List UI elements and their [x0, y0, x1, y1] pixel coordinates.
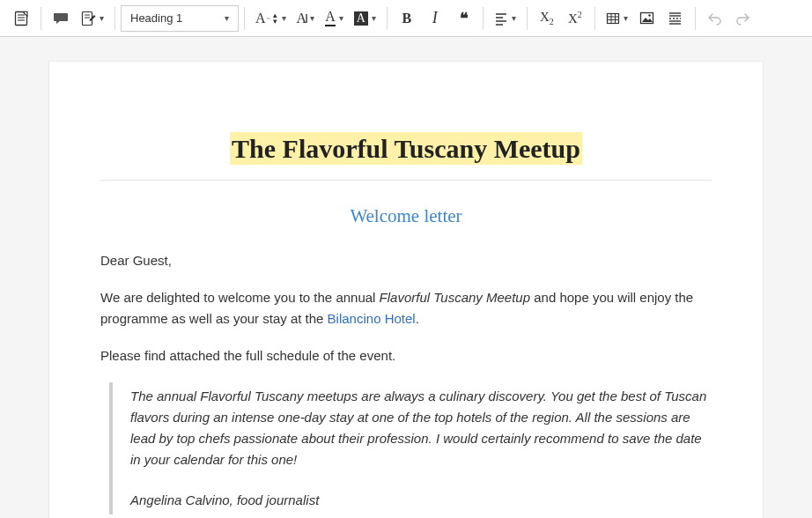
font-family-dropdown[interactable]: AӀ ▾: [292, 4, 321, 33]
page-break-button[interactable]: [661, 4, 690, 33]
bold-icon: B: [402, 11, 411, 26]
table-dropdown[interactable]: ▾: [601, 4, 633, 33]
source-icon: [13, 11, 29, 26]
chevron-down-icon: ▾: [310, 13, 314, 23]
quote-attribution: Angelina Calvino, food journalist: [130, 490, 712, 511]
chevron-down-icon: ▾: [624, 13, 628, 23]
svg-rect-11: [607, 13, 618, 23]
quote-body: The annual Flavorful Tuscany meetups are…: [130, 386, 712, 470]
intro-paragraph[interactable]: We are delighted to welcome you to the a…: [100, 287, 712, 329]
comment-icon: [53, 11, 69, 26]
chevron-down-icon: ▾: [282, 13, 286, 23]
testimonial-blockquote[interactable]: The annual Flavorful Tuscany meetups are…: [109, 382, 712, 514]
source-view-button[interactable]: [7, 4, 35, 33]
chevron-down-icon: ▾: [339, 13, 343, 23]
marker-icon: A: [354, 11, 368, 26]
arrows-vertical-icon: ▴▾: [273, 12, 277, 25]
undo-icon: [707, 11, 722, 26]
separator: [41, 7, 41, 30]
align-icon: [494, 11, 508, 26]
separator: [695, 7, 696, 30]
separator: [594, 7, 595, 30]
chevron-down-icon: ▾: [372, 13, 376, 23]
bold-button[interactable]: B: [393, 4, 421, 33]
undo-button[interactable]: [701, 4, 729, 33]
image-button[interactable]: [633, 4, 661, 33]
italic-icon: I: [432, 9, 438, 27]
font-color-icon: A: [325, 10, 336, 26]
subscript-icon: X2: [540, 11, 554, 26]
heading-select[interactable]: Heading 1 ▾: [121, 5, 239, 32]
superscript-icon: X2: [568, 11, 582, 26]
quote-icon: ❝: [460, 9, 466, 28]
separator: [387, 7, 388, 30]
superscript-button[interactable]: X2: [561, 4, 589, 33]
chevron-down-icon: ▾: [512, 13, 516, 23]
document-page[interactable]: The Flavorful Tuscany Meetup Welcome let…: [49, 62, 763, 518]
italic-button[interactable]: I: [421, 4, 449, 33]
salutation-paragraph[interactable]: Dear Guest,: [100, 250, 712, 271]
editor-toolbar: ▾ Heading 1 ▾ A⁻ ▴▾ ▾ AӀ ▾ A ▾ A ▾ B I ❝: [0, 0, 812, 37]
blockquote-button[interactable]: ❝: [449, 4, 477, 33]
separator: [244, 7, 245, 30]
separator: [527, 7, 528, 30]
svg-point-18: [649, 14, 652, 17]
document-title[interactable]: The Flavorful Tuscany Meetup: [100, 134, 712, 181]
track-changes-icon: [80, 11, 96, 26]
redo-button[interactable]: [729, 4, 757, 33]
svg-rect-4: [83, 11, 92, 25]
attachment-paragraph[interactable]: Please find attached the full schedule o…: [100, 345, 712, 366]
highlight-dropdown[interactable]: A ▾: [349, 4, 381, 33]
separator: [483, 7, 484, 30]
heading-select-label: Heading 1: [130, 11, 182, 25]
hotel-link[interactable]: Bilancino Hotel: [328, 311, 416, 326]
chevron-down-icon: ▾: [100, 13, 104, 23]
separator: [114, 7, 115, 30]
editor-workspace: The Flavorful Tuscany Meetup Welcome let…: [0, 37, 812, 518]
meetup-name-emphasis: Flavorful Tuscany Meetup: [380, 290, 530, 305]
page-break-icon: [668, 11, 683, 26]
font-size-dropdown[interactable]: A⁻ ▴▾ ▾: [250, 4, 292, 33]
redo-icon: [735, 11, 750, 26]
track-changes-dropdown[interactable]: ▾: [75, 4, 109, 33]
font-size-icon: A⁻: [255, 11, 270, 26]
comment-button[interactable]: [47, 4, 75, 33]
document-subtitle[interactable]: Welcome letter: [100, 205, 712, 227]
font-family-icon: AӀ: [297, 11, 307, 26]
alignment-dropdown[interactable]: ▾: [489, 4, 521, 33]
svg-marker-17: [642, 18, 653, 22]
image-icon: [639, 11, 654, 26]
chevron-down-icon: ▾: [225, 13, 229, 23]
font-color-dropdown[interactable]: A ▾: [320, 4, 349, 33]
subscript-button[interactable]: X2: [533, 4, 561, 33]
table-icon: [606, 11, 620, 26]
